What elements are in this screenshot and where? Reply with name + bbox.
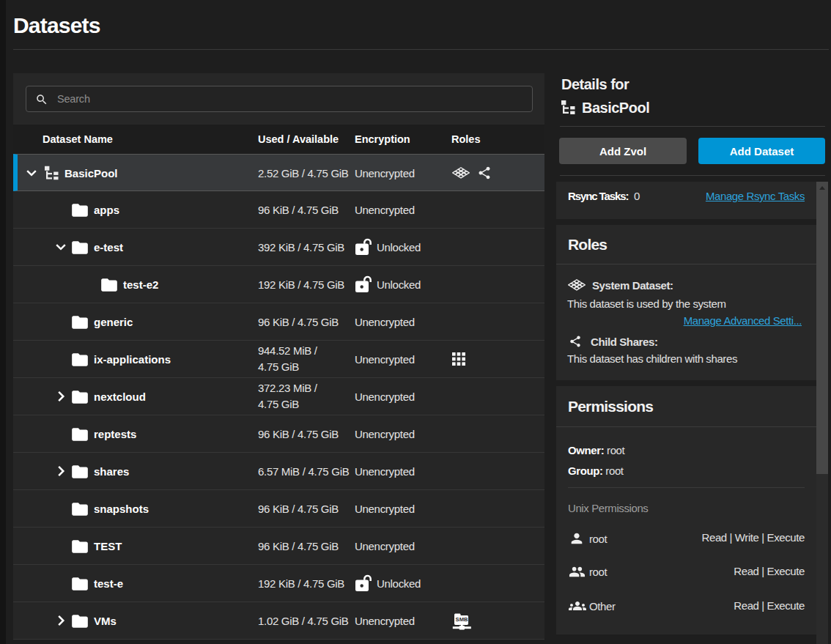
svg-text:SMB: SMB <box>456 616 468 623</box>
